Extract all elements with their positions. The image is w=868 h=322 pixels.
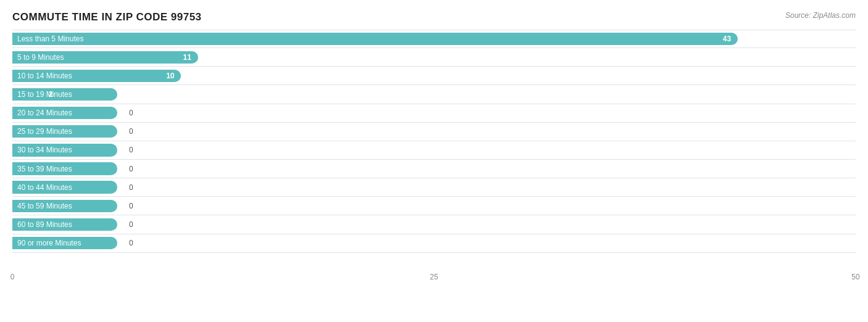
bars-wrapper: Less than 5 Minutes435 to 9 Minutes1110 … <box>12 30 856 271</box>
bar-row: Less than 5 Minutes43 <box>12 30 856 48</box>
bar-value: 0 <box>129 239 133 247</box>
bar-value: 0 <box>129 202 133 210</box>
bar-label: 60 to 89 Minutes <box>12 218 117 231</box>
bar-label: 40 to 44 Minutes <box>12 181 117 193</box>
bar-row: 45 to 59 Minutes0 <box>12 197 856 215</box>
bar-value: 0 <box>129 165 133 173</box>
bar-label: 90 or more Minutes <box>12 237 117 249</box>
bar-fill <box>12 33 738 45</box>
bar-value: 43 <box>723 35 731 43</box>
bar-value: 0 <box>129 220 133 229</box>
bar-value: 10 <box>166 72 174 80</box>
bar-value: 0 <box>129 109 133 117</box>
bar-row: 60 to 89 Minutes0 <box>12 215 856 234</box>
bar-label: 45 to 59 Minutes <box>12 200 117 212</box>
bar-value: 11 <box>183 53 191 62</box>
x-axis: 02550 <box>12 273 856 286</box>
chart-container: COMMUTE TIME IN ZIP CODE 99753 Source: Z… <box>0 0 868 322</box>
bar-label: 35 to 39 Minutes <box>12 162 117 175</box>
bar-row: 25 to 29 Minutes0 <box>12 123 856 141</box>
bar-value: 2 <box>49 90 53 99</box>
x-axis-tick: 50 <box>851 273 859 281</box>
bar-value: 0 <box>129 146 133 154</box>
bar-label: 20 to 24 Minutes <box>12 107 117 119</box>
bar-row: 20 to 24 Minutes0 <box>12 104 856 123</box>
bar-label: 5 to 9 Minutes <box>12 51 117 64</box>
bar-row: 10 to 14 Minutes10 <box>12 67 856 85</box>
bar-label: 30 to 34 Minutes <box>12 144 117 156</box>
x-axis-tick: 0 <box>10 273 15 281</box>
bar-label: 10 to 14 Minutes <box>12 70 117 82</box>
chart-source: Source: ZipAtlas.com <box>785 11 856 20</box>
bar-label: 25 to 29 Minutes <box>12 125 117 138</box>
bar-row: 30 to 34 Minutes0 <box>12 141 856 160</box>
bar-label: 15 to 19 Minutes <box>12 88 117 101</box>
chart-area: Less than 5 Minutes435 to 9 Minutes1110 … <box>12 30 856 285</box>
bar-row: 40 to 44 Minutes0 <box>12 178 856 197</box>
chart-title: COMMUTE TIME IN ZIP CODE 99753 <box>12 11 202 23</box>
bar-row: 35 to 39 Minutes0 <box>12 160 856 178</box>
bar-label: Less than 5 Minutes <box>12 33 117 45</box>
bar-row: 90 or more Minutes0 <box>12 234 856 253</box>
bar-value: 0 <box>129 183 133 192</box>
chart-header: COMMUTE TIME IN ZIP CODE 99753 Source: Z… <box>12 11 856 23</box>
bar-value: 0 <box>129 127 133 136</box>
x-axis-tick: 25 <box>430 273 438 281</box>
bar-row: 15 to 19 Minutes2 <box>12 85 856 104</box>
bar-row: 5 to 9 Minutes11 <box>12 48 856 67</box>
